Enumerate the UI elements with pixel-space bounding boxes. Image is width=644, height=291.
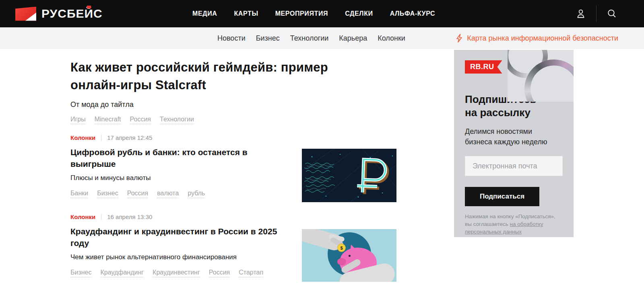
newsletter-disclaimer: Нажимая на кнопку «Подписаться», вы согл… [465, 213, 561, 236]
article-item: Колонки 16 апреля 13:30 Краудфандинг и к… [70, 213, 396, 277]
subnav-item-business[interactable]: Бизнес [256, 34, 280, 43]
subnav: Новости Бизнес Технологии Карьера Колонк… [0, 27, 644, 49]
subnav-item-tech[interactable]: Технологии [290, 34, 329, 43]
nav-item-alfa-course[interactable]: АЛЬФА-КУРС [390, 10, 436, 17]
tag-link[interactable]: Бизнес [97, 190, 118, 198]
article-meta: Колонки 16 апреля 13:30 [70, 213, 290, 220]
article-date: 17 апреля 12:45 [107, 134, 152, 141]
header-icons [575, 0, 617, 27]
newsletter-description: Делимся новостями бизнеса каждую неделю [465, 126, 550, 147]
category-link[interactable]: Колонки [70, 213, 95, 220]
email-input[interactable] [465, 156, 563, 176]
subnav-item-career[interactable]: Карьера [339, 34, 367, 43]
article-meta: Колонки 17 апреля 12:45 [70, 134, 290, 141]
meta-divider [101, 214, 101, 220]
article-title[interactable]: Цифровой рубль и банки: кто останется в … [70, 146, 290, 170]
lightning-icon [455, 33, 463, 43]
tag-link[interactable]: Россия [127, 190, 148, 198]
chrome-rings-image [508, 50, 574, 102]
logo-text: РУСБЕЙС [41, 7, 103, 20]
subnav-item-columns[interactable]: Колонки [378, 34, 405, 43]
rusbase-logo[interactable]: РУСБЕЙС [15, 0, 103, 27]
tag-link[interactable]: Бизнес [70, 269, 92, 277]
rusbase-logo-icon [15, 7, 36, 21]
tag-link[interactable]: Россия [130, 116, 151, 124]
subnav-links: Новости Бизнес Технологии Карьера Колонк… [217, 27, 405, 49]
nav-item-maps[interactable]: КАРТЫ [234, 10, 258, 17]
page: РУСБЕЙС МЕДИА КАРТЫ МЕРОПРИЯТИЯ СДЕЛКИ А… [0, 0, 644, 291]
header-divider [596, 5, 597, 22]
digital-ruble-thumbnail[interactable] [302, 149, 396, 202]
article-date: 16 апреля 13:30 [107, 213, 152, 220]
category-link[interactable]: Колонки [70, 134, 95, 141]
rbru-badge: RB.RU [465, 60, 502, 74]
article-title[interactable]: Краудфандинг и краудинвестинг в России в… [70, 225, 290, 249]
article-subtitle: Плюсы и минусы валюты [70, 174, 290, 182]
subscribe-button[interactable]: Подписаться [465, 187, 539, 206]
user-icon[interactable] [575, 8, 586, 19]
security-market-map-link[interactable]: Карта рынка информационной безопасности [455, 27, 618, 49]
article-tags: Бизнес Краудфандинг Краудинвестинг Росси… [70, 269, 290, 277]
article-item: Колонки 17 апреля 12:45 Цифровой рубль и… [70, 134, 396, 198]
tag-link[interactable]: Краудинвестинг [153, 269, 200, 277]
main-nav: МЕДИА КАРТЫ МЕРОПРИЯТИЯ СДЕЛКИ АЛЬФА-КУР… [192, 0, 435, 27]
subnav-item-news[interactable]: Новости [217, 34, 246, 43]
nav-item-deals[interactable]: СДЕЛКИ [345, 10, 373, 17]
promo-label: Карта рынка информационной безопасности [467, 34, 618, 43]
tag-link[interactable]: Технологии [160, 116, 194, 124]
article-subtitle: Чем живет рынок альтернативного финансир… [70, 253, 290, 261]
featured-subtitle: От мода до тайтла [70, 100, 396, 109]
piggy-bank-thumbnail[interactable]: $ [302, 229, 396, 282]
tag-link[interactable]: Россия [209, 269, 230, 277]
tag-link[interactable]: Стартап [239, 269, 263, 277]
newsletter-widget: RB.RU Подпишитесь на рассылку Делимся но… [454, 50, 574, 237]
meta-divider [101, 135, 101, 141]
article-tags: Банки Бизнес Россия валюта рубль [70, 190, 290, 198]
featured-tags: Игры Minecraft Россия Технологии [70, 116, 396, 124]
tag-link[interactable]: рубль [188, 190, 205, 198]
search-icon[interactable] [606, 8, 617, 19]
tag-link[interactable]: Краудфандинг [101, 269, 144, 277]
nav-item-events[interactable]: МЕРОПРИЯТИЯ [275, 10, 328, 17]
dollar-coin-icon: $ [337, 244, 346, 252]
tag-link[interactable]: валюта [157, 190, 179, 198]
tag-link[interactable]: Банки [70, 190, 88, 198]
tag-link[interactable]: Minecraft [95, 116, 121, 124]
featured-title[interactable]: Как живет российский геймдейв: пример он… [70, 59, 352, 94]
top-header: РУСБЕЙС МЕДИА КАРТЫ МЕРОПРИЯТИЯ СДЕЛКИ А… [0, 0, 644, 27]
nav-item-media[interactable]: МЕДИА [192, 10, 217, 17]
tag-link[interactable]: Игры [70, 116, 86, 124]
featured-article: Как живет российский геймдейв: пример он… [70, 59, 396, 124]
